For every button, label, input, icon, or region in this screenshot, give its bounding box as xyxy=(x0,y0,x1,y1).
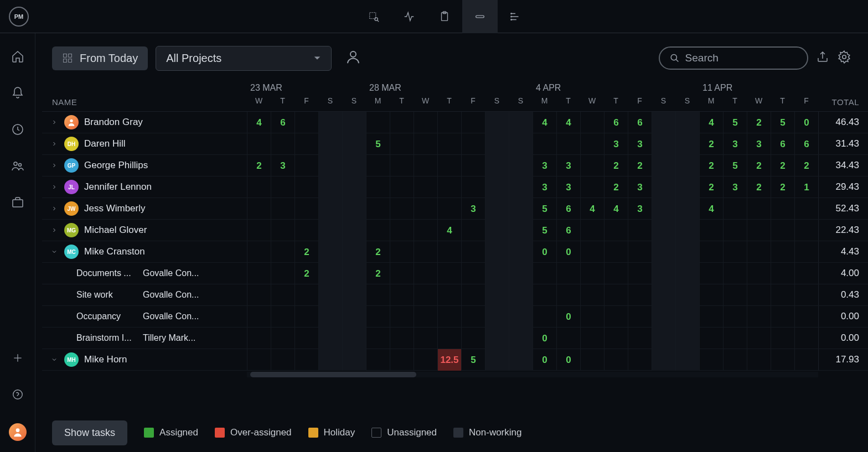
workload-cell[interactable]: 2 xyxy=(366,241,390,263)
person-row[interactable]: MGMichael Glover xyxy=(42,220,247,241)
workload-cell[interactable] xyxy=(437,198,461,220)
workload-cell[interactable] xyxy=(485,176,509,198)
workload-cell[interactable] xyxy=(390,198,414,220)
logo[interactable]: PM xyxy=(0,7,38,27)
chevron-right-icon[interactable] xyxy=(50,205,59,212)
workload-cell[interactable] xyxy=(509,155,533,176)
sidebar-add[interactable] xyxy=(10,350,25,366)
workload-cell[interactable] xyxy=(414,112,437,133)
workload-cell[interactable] xyxy=(294,306,318,328)
workload-cell[interactable]: 5 xyxy=(366,133,390,155)
person-filter-button[interactable] xyxy=(345,49,361,67)
workload-cell[interactable] xyxy=(604,284,628,306)
workload-cell[interactable] xyxy=(723,198,747,220)
workload-cell[interactable] xyxy=(461,241,485,263)
workload-cell[interactable]: 3 xyxy=(628,133,652,155)
workload-cell[interactable]: 3 xyxy=(533,155,556,176)
workload-cell[interactable]: 2 xyxy=(604,155,628,176)
workload-cell[interactable] xyxy=(628,328,652,349)
workload-cell[interactable] xyxy=(294,284,318,306)
person-row[interactable]: MCMike Cranston xyxy=(42,241,247,262)
workload-cell[interactable] xyxy=(652,263,675,284)
workload-cell[interactable] xyxy=(675,220,699,241)
workload-cell[interactable] xyxy=(771,241,794,263)
workload-cell[interactable] xyxy=(699,306,723,328)
workload-cell[interactable] xyxy=(247,198,271,220)
workload-cell[interactable]: 2 xyxy=(771,155,794,176)
workload-cell[interactable] xyxy=(556,284,580,306)
workload-cell[interactable] xyxy=(294,176,318,198)
workload-cell[interactable] xyxy=(271,241,294,263)
task-row[interactable]: Site workGovalle Con... xyxy=(42,284,247,305)
workload-cell[interactable]: 2 xyxy=(294,263,318,284)
workload-cell[interactable] xyxy=(675,133,699,155)
workload-cell[interactable] xyxy=(390,349,414,371)
workload-cell[interactable] xyxy=(652,155,675,176)
workload-cell[interactable]: 0 xyxy=(556,306,580,328)
settings-button[interactable] xyxy=(837,50,851,66)
chevron-right-icon[interactable] xyxy=(50,119,59,126)
workload-cell[interactable] xyxy=(342,155,366,176)
workload-cell[interactable] xyxy=(318,349,342,371)
workload-cell[interactable]: 3 xyxy=(533,176,556,198)
workload-cell[interactable]: 2 xyxy=(771,176,794,198)
workload-cell[interactable] xyxy=(509,112,533,133)
workload-cell[interactable] xyxy=(580,176,604,198)
workload-cell[interactable] xyxy=(485,263,509,284)
workload-cell[interactable]: 3 xyxy=(628,176,652,198)
workload-cell[interactable] xyxy=(794,220,818,241)
workload-cell[interactable] xyxy=(699,220,723,241)
workload-cell[interactable] xyxy=(675,155,699,176)
workload-cell[interactable] xyxy=(747,349,771,371)
chevron-right-icon[interactable] xyxy=(50,141,59,147)
search-input[interactable] xyxy=(685,52,797,64)
workload-cell[interactable] xyxy=(604,241,628,263)
workload-cell[interactable] xyxy=(628,241,652,263)
workload-cell[interactable] xyxy=(723,284,747,306)
workload-cell[interactable] xyxy=(533,133,556,155)
workload-cell[interactable]: 2 xyxy=(747,176,771,198)
workload-cell[interactable]: 6 xyxy=(771,133,794,155)
workload-cell[interactable]: 3 xyxy=(556,155,580,176)
workload-cell[interactable] xyxy=(747,198,771,220)
share-button[interactable] xyxy=(816,50,829,66)
workload-cell[interactable] xyxy=(747,263,771,284)
workload-cell[interactable] xyxy=(485,284,509,306)
workload-cell[interactable] xyxy=(771,263,794,284)
workload-cell[interactable] xyxy=(461,306,485,328)
workload-cell[interactable] xyxy=(294,112,318,133)
workload-cell[interactable] xyxy=(390,112,414,133)
workload-cell[interactable] xyxy=(366,306,390,328)
workload-cell[interactable] xyxy=(366,349,390,371)
workload-cell[interactable] xyxy=(247,284,271,306)
sidebar-notifications[interactable] xyxy=(10,85,25,101)
workload-cell[interactable] xyxy=(485,349,509,371)
workload-cell[interactable] xyxy=(437,284,461,306)
workload-cell[interactable] xyxy=(509,349,533,371)
workload-cell[interactable] xyxy=(485,155,509,176)
workload-cell[interactable]: 2 xyxy=(699,133,723,155)
workload-cell[interactable] xyxy=(271,306,294,328)
workload-cell[interactable] xyxy=(437,306,461,328)
sidebar-recent[interactable] xyxy=(10,122,25,137)
workload-cell[interactable] xyxy=(509,241,533,263)
workload-cell[interactable] xyxy=(461,176,485,198)
workload-cell[interactable] xyxy=(247,349,271,371)
workload-cell[interactable] xyxy=(699,284,723,306)
workload-cell[interactable] xyxy=(580,155,604,176)
workload-cell[interactable] xyxy=(675,263,699,284)
workload-cell[interactable] xyxy=(652,220,675,241)
workload-cell[interactable] xyxy=(723,263,747,284)
workload-cell[interactable] xyxy=(318,241,342,263)
workload-cell[interactable]: 3 xyxy=(271,155,294,176)
workload-cell[interactable] xyxy=(675,198,699,220)
workload-cell[interactable] xyxy=(580,112,604,133)
workload-cell[interactable] xyxy=(556,328,580,349)
workload-cell[interactable] xyxy=(675,241,699,263)
workload-cell[interactable] xyxy=(461,328,485,349)
workload-cell[interactable] xyxy=(247,176,271,198)
workload-cell[interactable] xyxy=(437,112,461,133)
sidebar-home[interactable] xyxy=(10,49,25,64)
workload-cell[interactable] xyxy=(271,263,294,284)
workload-cell[interactable] xyxy=(294,155,318,176)
